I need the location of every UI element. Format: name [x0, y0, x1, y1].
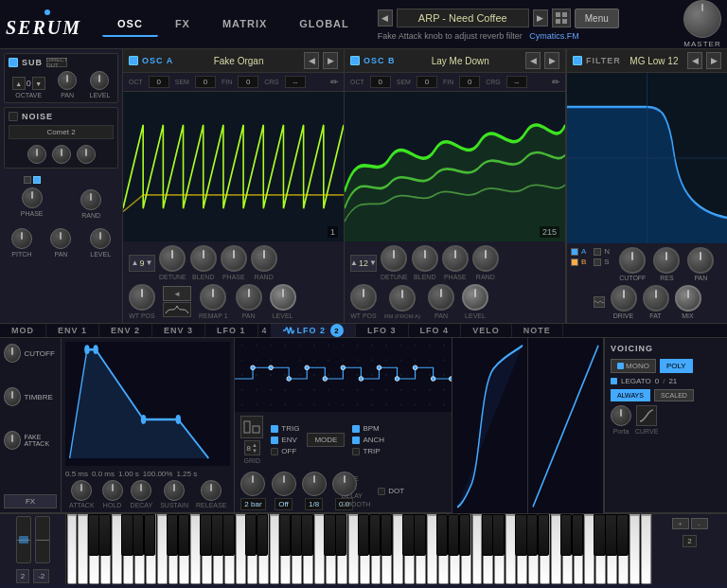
phase-knob-left[interactable] — [22, 187, 43, 208]
black-key-43[interactable] — [560, 514, 572, 556]
osc-a-sem[interactable]: 0 — [195, 76, 216, 88]
filter-route-b[interactable]: B — [571, 258, 586, 266]
filter-drive-knob[interactable] — [611, 285, 637, 312]
legato-check[interactable] — [611, 378, 617, 384]
filter-route-a[interactable]: A — [571, 247, 586, 256]
black-key-48[interactable] — [616, 514, 628, 556]
osc-b-phase-knob[interactable] — [442, 245, 469, 272]
osc-a-rand-knob[interactable] — [251, 245, 277, 272]
filter-route-n[interactable]: N — [594, 247, 610, 256]
bpm-check[interactable] — [352, 425, 360, 433]
lfo2-tab-num[interactable]: 4 — [258, 326, 271, 335]
attack-knob[interactable] — [71, 480, 92, 501]
osc-b-rand-knob[interactable] — [472, 245, 499, 272]
toggle2[interactable] — [33, 176, 41, 184]
osc-b-unison-btn[interactable]: ▲ 12 ▼ — [350, 255, 377, 272]
poly-btn[interactable]: POLY — [660, 359, 693, 373]
scaled-btn[interactable]: SCALED — [654, 389, 694, 401]
trip-check[interactable] — [352, 448, 360, 455]
tab-osc[interactable]: OSC — [102, 12, 158, 37]
black-key-1[interactable] — [88, 514, 99, 556]
osc-a-unison-btn[interactable]: ▲ 9 ▼ — [129, 255, 155, 272]
master-knob[interactable] — [683, 0, 721, 38]
mod-tab-lfo3[interactable]: LFO 3 — [356, 324, 409, 337]
bpm-row[interactable]: BPM — [352, 424, 384, 433]
osc-a-level-knob[interactable] — [270, 284, 296, 311]
black-key-47[interactable] — [605, 514, 616, 556]
osc-a-preset[interactable]: Fake Organ — [177, 56, 300, 66]
black-key-40[interactable] — [526, 514, 538, 556]
mode-select[interactable]: MODE — [307, 433, 345, 447]
black-key-32[interactable] — [436, 514, 448, 556]
filter-mix-knob[interactable] — [675, 285, 701, 312]
noise-level-knob[interactable] — [77, 145, 96, 164]
decay-knob[interactable] — [131, 480, 151, 501]
osc-b-oct[interactable]: 0 — [370, 76, 391, 88]
black-key-41[interactable] — [538, 514, 549, 556]
black-key-18[interactable] — [279, 514, 291, 556]
noise-toggle[interactable] — [9, 112, 18, 121]
wt-arrow-left[interactable]: ◄ — [163, 286, 191, 301]
zoom-out-btn[interactable]: - — [691, 518, 708, 529]
black-key-27[interactable] — [381, 514, 392, 556]
tab-matrix[interactable]: MATRIX — [207, 12, 282, 37]
osc-b-blend-knob[interactable] — [412, 245, 438, 272]
white-key-1[interactable] — [78, 514, 88, 584]
pitch-wheel[interactable] — [16, 516, 31, 563]
osc-b-next[interactable]: ▶ — [544, 52, 559, 69]
black-key-44[interactable] — [572, 514, 583, 556]
black-key-25[interactable] — [358, 514, 369, 556]
black-key-22[interactable] — [324, 514, 335, 556]
osc-a-detune-knob[interactable] — [159, 245, 186, 272]
filter-toggle[interactable] — [573, 56, 582, 65]
black-key-11[interactable] — [200, 514, 211, 556]
preset-name[interactable]: ARP - Need Coffee — [397, 9, 529, 27]
mod-cutoff-knob[interactable] — [4, 344, 21, 363]
osc-b-pan-knob[interactable] — [428, 284, 454, 311]
oct-up-btn[interactable]: ▲ — [12, 77, 26, 90]
black-key-36[interactable] — [482, 514, 493, 556]
noise-preset[interactable]: Comet 2 — [9, 125, 114, 139]
osc-b-fin[interactable]: 0 — [459, 76, 480, 88]
osc-a-wtpos-knob[interactable] — [129, 284, 155, 311]
filter-pan-knob[interactable] — [687, 247, 714, 274]
mod-tab-env2[interactable]: ENV 2 — [99, 324, 152, 337]
level-knob-left[interactable] — [90, 228, 111, 249]
zoom-in-btn[interactable]: + — [672, 518, 689, 529]
curve-display[interactable] — [636, 405, 657, 426]
rand-knob-left[interactable] — [80, 189, 101, 210]
mod-tab-env1[interactable]: ENV 1 — [46, 324, 99, 337]
mod-tab-lfo1[interactable]: LFO 1 — [205, 324, 258, 337]
always-btn[interactable]: ALWAYS — [611, 389, 650, 401]
osc-a-blend-knob[interactable] — [190, 245, 217, 272]
osc-b-rm-knob[interactable] — [389, 285, 416, 312]
mod-tab-env3[interactable]: ENV 3 — [152, 324, 205, 337]
mod-tab-note[interactable]: NOTE — [512, 324, 563, 337]
lfo-smooth-knob[interactable] — [332, 472, 357, 496]
osc-b-wtpos-knob[interactable] — [350, 284, 377, 311]
black-key-15[interactable] — [245, 514, 257, 556]
tab-fx[interactable]: FX — [160, 12, 205, 37]
filter-route-s[interactable]: S — [594, 258, 610, 266]
osc-b-sem[interactable]: 0 — [417, 76, 437, 88]
pitch-knob[interactable] — [11, 228, 32, 249]
lfo-rise-knob[interactable] — [272, 472, 296, 496]
direct-out-btn[interactable]: DIRECT OUT — [46, 58, 67, 67]
black-key-4[interactable] — [121, 514, 133, 556]
osc-b-prev[interactable]: ◀ — [525, 52, 541, 69]
mod-fake-attack-knob[interactable] — [4, 431, 21, 450]
white-key-36[interactable] — [472, 514, 483, 584]
osc-b-detune-knob[interactable] — [381, 245, 407, 272]
dot-row[interactable]: DOT — [378, 487, 404, 495]
mod-tab-lfo2[interactable]: LFO 2 2 — [271, 324, 357, 337]
osc-a-oct[interactable]: 0 — [149, 76, 169, 88]
white-key-0[interactable] — [67, 514, 78, 584]
noise-pan-knob[interactable] — [52, 145, 71, 164]
white-key-50[interactable] — [629, 514, 640, 584]
osc-b-level-knob[interactable] — [462, 284, 488, 311]
white-key-51[interactable] — [641, 514, 651, 584]
mod-wheel[interactable] — [35, 516, 50, 563]
sustain-knob[interactable] — [164, 480, 185, 501]
filter-prev[interactable]: ◀ — [687, 52, 702, 69]
next-preset-btn[interactable]: ▶ — [533, 9, 548, 27]
